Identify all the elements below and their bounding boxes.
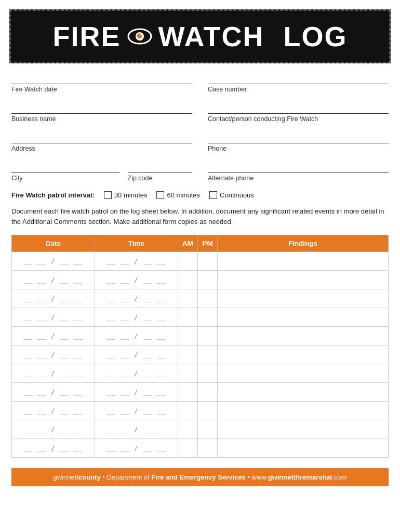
cell-date[interactable]: __ __ / __ __ [12,271,95,289]
cell-date[interactable]: __ __ / __ __ [12,327,95,345]
phone-input[interactable] [208,132,389,143]
patrol-option-30-label: 30 minutes [114,191,148,199]
footer-url-end: .com [332,473,346,481]
table-row: __ __ / __ __ __ __ / __ __ [12,345,389,364]
table-row: __ __ / __ __ __ __ / __ __ [12,289,389,308]
cell-date[interactable]: __ __ / __ __ [12,402,95,420]
zip-input[interactable] [128,162,193,173]
col-header-findings: Findings [218,235,389,252]
fire-eye-icon [126,23,153,50]
field-phone: Phone [208,132,389,152]
table-row: __ __ / __ __ __ __ / __ __ [12,308,389,327]
fire-watch-date-label: Fire Watch date [11,86,192,93]
patrol-checkbox-continuous[interactable] [209,191,217,199]
footer-text: gwinnettcounty • Department of Fire and … [54,473,347,481]
patrol-option-60[interactable]: 60 minutes [156,191,200,199]
cell-pm[interactable] [198,271,218,289]
cell-findings[interactable] [218,271,389,289]
cell-findings[interactable] [218,345,389,364]
cell-pm[interactable] [198,402,218,420]
field-contact: Contact/person conducting Fire Watch [208,102,389,123]
cell-pm[interactable] [198,420,218,439]
business-name-input[interactable] [11,102,192,114]
cell-time[interactable]: __ __ / __ __ [95,364,178,383]
case-number-input[interactable] [208,73,389,84]
cell-time[interactable]: __ __ / __ __ [95,420,178,439]
row-address-phone: Address Phone [11,132,389,152]
cell-am[interactable] [178,420,198,439]
field-fire-watch-date: Fire Watch date [11,73,192,93]
patrol-option-30[interactable]: 30 minutes [104,191,148,199]
table-row: __ __ / __ __ __ __ / __ __ [12,402,389,420]
cell-time[interactable]: __ __ / __ __ [95,289,178,308]
cell-pm[interactable] [198,439,218,458]
cell-date[interactable]: __ __ / __ __ [12,252,95,271]
cell-am[interactable] [178,383,198,402]
cell-time[interactable]: __ __ / __ __ [95,439,178,458]
cell-time[interactable]: __ __ / __ __ [95,308,178,327]
case-number-label: Case number [208,86,389,93]
fire-watch-date-input[interactable] [11,73,192,84]
alt-phone-input[interactable] [208,162,389,173]
cell-time[interactable]: __ __ / __ __ [95,345,178,364]
footer-dept: Fire and Emergency Services [151,473,245,481]
cell-date[interactable]: __ __ / __ __ [12,383,95,402]
cell-findings[interactable] [218,289,389,308]
cell-am[interactable] [178,439,198,458]
patrol-checkbox-30[interactable] [104,191,112,199]
cell-findings[interactable] [218,439,389,458]
cell-date[interactable]: __ __ / __ __ [12,345,95,364]
form-area: Fire Watch date Case number Business nam… [0,63,400,463]
cell-date[interactable]: __ __ / __ __ [12,364,95,383]
cell-am[interactable] [178,364,198,383]
field-case-number: Case number [208,73,389,93]
cell-am[interactable] [178,271,198,289]
city-label: City [11,175,119,182]
cell-time[interactable]: __ __ / __ __ [95,402,178,420]
cell-pm[interactable] [198,289,218,308]
col-header-am: AM [178,235,198,252]
cell-am[interactable] [178,308,198,327]
cell-date[interactable]: __ __ / __ __ [12,308,95,327]
field-zip: Zip code [128,162,193,182]
cell-pm[interactable] [198,345,218,364]
cell-am[interactable] [178,345,198,364]
cell-am[interactable] [178,327,198,345]
cell-pm[interactable] [198,327,218,345]
footer-sep1: • Department of [102,473,151,481]
cell-findings[interactable] [218,327,389,345]
address-label: Address [11,145,192,152]
cell-date[interactable]: __ __ / __ __ [12,420,95,439]
cell-time[interactable]: __ __ / __ __ [95,383,178,402]
address-input[interactable] [11,132,192,143]
cell-pm[interactable] [198,364,218,383]
city-input[interactable] [11,162,119,173]
cell-time[interactable]: __ __ / __ __ [95,271,178,289]
cell-findings[interactable] [218,383,389,402]
cell-date[interactable]: __ __ / __ __ [12,439,95,458]
cell-findings[interactable] [218,364,389,383]
cell-date[interactable]: __ __ / __ __ [12,289,95,308]
cell-pm[interactable] [198,252,218,271]
contact-input[interactable] [208,102,389,114]
cell-am[interactable] [178,402,198,420]
table-row: __ __ / __ __ __ __ / __ __ [12,252,389,271]
cell-time[interactable]: __ __ / __ __ [95,327,178,345]
watch-text: WATCH [158,20,264,52]
header-title: FIRE WATCH LOG [53,20,348,52]
cell-findings[interactable] [218,402,389,420]
cell-findings[interactable] [218,308,389,327]
cell-am[interactable] [178,289,198,308]
cell-findings[interactable] [218,420,389,439]
cell-pm[interactable] [198,383,218,402]
table-row: __ __ / __ __ __ __ / __ __ [12,420,389,439]
patrol-checkbox-60[interactable] [156,191,164,199]
log-text: LOG [284,20,348,52]
cell-am[interactable] [178,252,198,271]
patrol-option-continuous[interactable]: Continuous [209,191,254,199]
cell-time[interactable]: __ __ / __ __ [95,252,178,271]
table-row: __ __ / __ __ __ __ / __ __ [12,439,389,458]
cell-pm[interactable] [198,308,218,327]
cell-findings[interactable] [218,252,389,271]
patrol-interval-label: Fire Watch patrol interval: [11,191,95,199]
